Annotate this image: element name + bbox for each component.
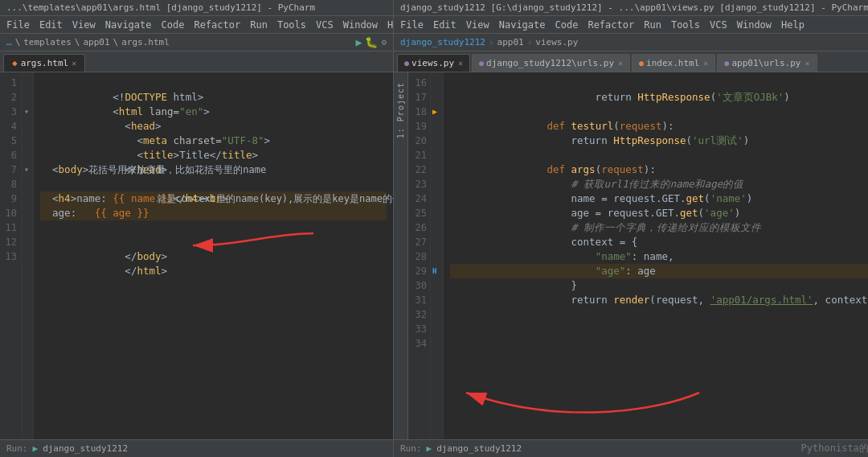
breadcrumb-file: args.html — [121, 37, 170, 47]
code-line-1: <!DOCTYPE html> — [40, 76, 387, 90]
rmenu-edit[interactable]: Edit — [433, 19, 457, 31]
right-menu-bar: File Edit View Navigate Code Refactor Ru… — [394, 16, 868, 34]
tab-index-label: index.html — [646, 58, 699, 68]
rmenu-file[interactable]: File — [400, 19, 424, 31]
html-file-icon: ◆ — [12, 58, 18, 68]
breadcrumb-templates[interactable]: templates — [23, 37, 72, 47]
settings-icon[interactable]: ⚙ — [381, 37, 387, 47]
code-line-10: age: {{ age }} — [40, 206, 387, 220]
line-num-5: 5 — [5, 134, 17, 148]
py-icon: ● — [404, 59, 409, 68]
rcode-line-34 — [450, 336, 868, 351]
left-line-numbers: 1 2 3 4 5 6 7 8 9 10 11 12 13 — [0, 72, 23, 439]
code-line-12: </body> — [40, 235, 387, 249]
rmenu-tools[interactable]: Tools — [671, 19, 700, 31]
menu-code[interactable]: Code — [162, 19, 185, 31]
line-num-11: 11 — [5, 220, 17, 235]
r-breadcrumb-project[interactable]: django_study1212 — [400, 37, 485, 47]
tab-app01-urls[interactable]: ● app01\urls.py ✕ — [717, 54, 817, 72]
rmenu-window[interactable]: Window — [737, 19, 772, 31]
tab-views-label: views.py — [411, 58, 454, 68]
menu-view[interactable]: View — [72, 19, 96, 31]
line-num-1: 1 — [5, 76, 17, 90]
rmenu-view[interactable]: View — [466, 19, 489, 31]
debug-icon[interactable]: 🐛 — [365, 36, 378, 48]
menu-window[interactable]: Window — [343, 19, 378, 31]
right-breadcrumb: django_study1212 › app01 › views.py — [394, 34, 868, 51]
menu-edit[interactable]: Edit — [39, 19, 63, 31]
run-project-name: django_study1212 — [43, 443, 128, 454]
code-line-7: <body>花括号用来放变量，比如花括号里的name — [40, 163, 387, 177]
project-strip[interactable]: 1: Project — [394, 72, 408, 439]
rmenu-help[interactable]: Help — [781, 19, 805, 31]
tab-views-py[interactable]: ● views.py ✕ — [397, 54, 470, 72]
menu-vcs[interactable]: VCS — [316, 19, 334, 31]
menu-run[interactable]: Run — [250, 19, 268, 31]
rcode-line-32 — [450, 307, 868, 322]
rmenu-navigate[interactable]: Navigate — [499, 19, 546, 31]
right-title-bar: django_study1212 [G:\django_study1212] -… — [394, 0, 868, 16]
right-line-numbers: 16 17 18 19 20 21 22 23 24 25 26 27 28 2… — [408, 72, 431, 439]
right-main: 1: Project 16 17 18 19 20 21 22 23 24 25… — [394, 72, 868, 439]
line-num-4: 4 — [5, 119, 17, 134]
menu-tools[interactable]: Tools — [277, 19, 306, 31]
left-title-text: ...\templates\app01\args.html [django_st… — [6, 2, 315, 13]
left-fold-gutter: ▾ ▾ — [23, 72, 34, 439]
line-num-3: 3 — [5, 105, 17, 119]
r-breadcrumb-app[interactable]: app01 — [497, 37, 524, 47]
rmenu-code[interactable]: Code — [555, 19, 579, 31]
right-tab-bar: ● views.py ✕ ● django_study1212\urls.py … — [394, 51, 868, 72]
tab-app01-urls-label: app01\urls.py — [731, 58, 800, 68]
rcode-line-18: def testurl(request): — [450, 105, 868, 119]
left-tab-close[interactable]: ✕ — [72, 59, 76, 68]
left-tab-label: args.html — [21, 58, 69, 68]
right-run-bar: Run: ▶ django_study1212 Pythonista的日常 — [394, 439, 868, 457]
code-line-11 — [40, 220, 387, 235]
left-pane: ...\templates\app01\args.html [django_st… — [0, 0, 394, 457]
tab-index-close[interactable]: ✕ — [703, 59, 708, 68]
tab-views-close[interactable]: ✕ — [458, 59, 463, 68]
rmenu-run[interactable]: Run — [644, 19, 661, 31]
watermark: Pythonista的日常 — [801, 442, 868, 455]
left-tab-bar: ◆ args.html ✕ — [0, 51, 393, 72]
line-num-2: 2 — [5, 90, 17, 105]
project-label: 1: Project — [395, 79, 407, 142]
left-title-bar: ...\templates\app01\args.html [django_st… — [0, 0, 393, 16]
right-run-label: Run: — [400, 443, 422, 454]
line-num-9: 9 — [5, 191, 17, 206]
line-num-6: 6 — [5, 148, 17, 163]
line-num-8: 8 — [5, 177, 17, 191]
left-breadcrumb: … \ templates \ app01 \ args.html ▶ 🐛 ⚙ — [0, 34, 393, 51]
line-num-12: 12 — [5, 235, 17, 249]
tab-urls-py[interactable]: ● django_study1212\urls.py ✕ — [472, 54, 630, 72]
menu-navigate[interactable]: Navigate — [105, 19, 152, 31]
left-run-bar: Run: ▶ django_study1212 — [0, 439, 393, 457]
rmenu-refactor[interactable]: Refactor — [588, 19, 634, 31]
line-num-13: 13 — [5, 249, 17, 264]
py-icon-3: ● — [724, 59, 729, 68]
right-gutter: ▶ H — [431, 72, 444, 439]
rmenu-vcs[interactable]: VCS — [710, 19, 727, 31]
right-title-text: django_study1212 [G:\django_study1212] -… — [400, 2, 868, 13]
tab-index-html[interactable]: ● index.html ✕ — [632, 54, 715, 72]
breadcrumb-project[interactable]: … — [6, 37, 12, 47]
line-num-7: 7 — [5, 163, 17, 177]
run-label: Run: — [6, 443, 28, 454]
py-icon-2: ● — [479, 59, 484, 68]
left-tab-args[interactable]: ◆ args.html ✕ — [3, 54, 85, 72]
run-icon[interactable]: ▶ — [356, 36, 362, 48]
tab-app01-close[interactable]: ✕ — [805, 59, 809, 68]
right-code-content[interactable]: return HttpResponse('文章页OJBk') def testu… — [444, 72, 868, 439]
html-icon-2: ● — [639, 59, 644, 68]
left-menu-bar: File Edit View Navigate Code Refactor Ru… — [0, 16, 393, 34]
tab-urls-close[interactable]: ✕ — [618, 59, 623, 68]
menu-refactor[interactable]: Refactor — [194, 19, 240, 31]
breadcrumb-app01[interactable]: app01 — [83, 37, 109, 47]
run-icon-play[interactable]: ▶ — [33, 443, 39, 454]
rcode-line-33 — [450, 322, 868, 336]
menu-file[interactable]: File — [6, 19, 30, 31]
right-run-icon[interactable]: ▶ — [427, 443, 432, 454]
left-code-area: 1 2 3 4 5 6 7 8 9 10 11 12 13 — [0, 72, 393, 439]
left-code-content[interactable]: <!DOCTYPE html> <html lang="en"> <head> … — [34, 72, 393, 439]
tab-urls-label: django_study1212\urls.py — [486, 58, 614, 68]
